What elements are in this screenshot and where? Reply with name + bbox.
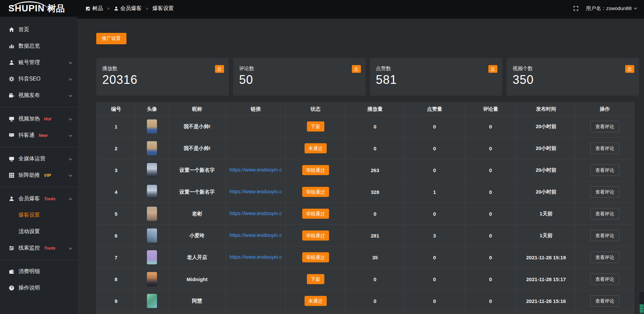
video-link[interactable]: https://www.iesdouyin.c [230, 232, 282, 238]
cell-time: 20小时前 [517, 159, 576, 181]
cell-action: 查看评论 [576, 138, 634, 159]
sidebar-item-会员爆客[interactable]: 会员爆客Tools [0, 191, 78, 207]
cell-status: 审核通过 [286, 225, 345, 247]
table-row: 6小爱玲https://www.iesdouyin.c审核通过281301天前查… [97, 225, 634, 247]
sidebar-item-label: 消费明细 [18, 268, 40, 275]
sidebar-item-全媒体运营[interactable]: 全媒体运营 [0, 151, 78, 167]
floating-side-widget[interactable] [639, 291, 644, 314]
status-button[interactable]: 审核通过 [302, 209, 329, 219]
stat-label: 点赞数 [376, 65, 496, 72]
cell-nickname [168, 312, 226, 314]
table-row: 2我不是小帅!未通过00020小时前查看评论 [97, 138, 634, 159]
cell-id: 3 [97, 159, 136, 181]
cell-link [226, 290, 286, 312]
view-comments-button[interactable]: 查看评论 [590, 230, 619, 241]
topbar-divider [78, 17, 644, 19]
cell-avatar [136, 138, 168, 159]
breadcrumb-item-home[interactable]: 树品 [86, 5, 103, 12]
sidebar-item-抖音SEO[interactable]: 抖音SEO [0, 71, 78, 87]
column-header-链接: 链接 [226, 103, 286, 116]
cell-time: 2021-11-28 15:17 [517, 268, 576, 290]
status-button[interactable]: 审核通过 [302, 187, 329, 197]
sidebar-item-矩阵助推[interactable]: 矩阵助推VIP [0, 167, 78, 184]
cell-action: 查看评论 [576, 203, 634, 225]
video-link[interactable]: https://www.iesdouyin.c [230, 167, 282, 172]
cell-likes: 0 [405, 268, 465, 290]
view-comments-button[interactable]: 查看评论 [590, 143, 619, 154]
view-comments-button[interactable]: 查看评论 [590, 208, 619, 219]
chevron-down-icon [68, 60, 72, 66]
cell-nickname: 小爱玲 [168, 225, 226, 247]
breadcrumb-label: 树品 [92, 5, 103, 12]
comment-icon [8, 133, 14, 138]
cell-id: 2 [97, 138, 136, 159]
stat-value: 50 [239, 73, 360, 87]
sidebar-item-label: 线索监控 [18, 245, 40, 252]
sidebar-item-数据总览[interactable]: 数据总览 [0, 38, 78, 54]
column-header-发布时间: 发布时间 [517, 103, 576, 116]
cell-avatar [136, 181, 168, 203]
stat-value: 20316 [102, 73, 223, 87]
view-comments-button[interactable]: 查看评论 [590, 164, 619, 176]
chevron-down-icon [68, 172, 72, 178]
cell-nickname: 老人开店 [168, 247, 226, 268]
cell-id: 4 [97, 181, 136, 203]
sidebar-item-抖客通[interactable]: 抖客通New [0, 127, 78, 144]
wallet-icon [8, 269, 14, 274]
status-button[interactable]: 下架 [307, 274, 324, 284]
table-row: 5老彬https://www.iesdouyin.c审核通过0001天前查看评论 [97, 203, 634, 225]
status-button[interactable]: 审核通过 [302, 230, 329, 241]
status-button[interactable]: 审核通过 [302, 165, 329, 175]
sidebar-item-视频加热[interactable]: 视频加热Hot [0, 111, 78, 127]
view-comments-button[interactable]: 查看评论 [590, 121, 619, 132]
sidebar-item-label: 账号管理 [18, 59, 40, 66]
svg-text:?: ? [10, 286, 12, 290]
cell-comments [465, 312, 517, 314]
status-button[interactable]: 下架 [307, 121, 324, 132]
video-link[interactable]: https://www.iesdouyin.c [230, 254, 282, 260]
breadcrumb-separator: > [107, 6, 110, 11]
status-button[interactable]: 审核通过 [302, 252, 329, 262]
sidebar-item-首页[interactable]: 首页 [0, 21, 78, 38]
sliders-icon [8, 245, 14, 251]
status-button[interactable]: 未通过 [305, 296, 327, 306]
fullscreen-icon[interactable] [573, 6, 579, 11]
sidebar-item-线索监控[interactable]: 线索监控Tools [0, 240, 78, 256]
cell-status: 未通过 [286, 138, 345, 159]
sidebar-item-消费明细[interactable]: 消费明细 [0, 263, 78, 280]
sidebar-item-账号管理[interactable]: 账号管理 [0, 54, 78, 71]
user-menu[interactable]: 用户名：zswodun88 [586, 5, 637, 12]
topbar: SHUPIN 树品 树品 > 会员爆客 > 爆客设置 用户名：zswodun88 [0, 0, 644, 17]
table-row: 4设置一个新名字https://www.iesdouyin.c审核通过32810… [97, 181, 634, 203]
cell-comments: 0 [465, 290, 517, 312]
chevron-down-icon [68, 76, 72, 82]
cell-id: 6 [97, 225, 136, 247]
sidebar-item-label: 操作说明 [18, 284, 40, 292]
question-icon: ? [8, 285, 14, 291]
video-link[interactable]: https://www.iesdouyin.c [230, 189, 282, 194]
cell-likes [405, 312, 465, 314]
sidebar-item-操作说明[interactable]: ?操作说明 [0, 280, 78, 296]
stat-label: 评论数 [239, 65, 360, 72]
view-comments-button[interactable]: 查看评论 [590, 186, 619, 198]
video-link[interactable]: https://www.iesdouyin.c [230, 210, 282, 216]
sidebar-item-视频发布[interactable]: 视频发布 [0, 87, 78, 104]
promo-settings-button[interactable]: 推广设置 [96, 33, 126, 44]
view-comments-button[interactable]: 查看评论 [590, 273, 619, 285]
sidebar-subitem-爆客设置[interactable]: 爆客设置 [0, 207, 78, 223]
breadcrumb-item-member[interactable]: 会员爆客 [114, 5, 142, 12]
sidebar-subitem-活动设置[interactable]: 活动设置 [0, 223, 78, 240]
column-header-评论量: 评论量 [465, 103, 517, 116]
cell-avatar [136, 116, 168, 138]
cell-id: 7 [97, 247, 136, 268]
tv-icon [8, 116, 14, 122]
status-button[interactable]: 未通过 [305, 143, 327, 153]
cell-link: https://www.iesdouyin.c [226, 159, 286, 181]
breadcrumb-item-current: 爆客设置 [152, 5, 174, 12]
app-logo[interactable]: SHUPIN 树品 [0, 0, 78, 17]
view-comments-button[interactable]: 查看评论 [590, 252, 619, 263]
view-comments-button[interactable]: 查看评论 [590, 295, 619, 307]
cell-plays: 281 [345, 225, 405, 247]
sidebar-item-label: 全媒体运营 [18, 155, 45, 162]
chevron-up-icon [68, 196, 72, 202]
